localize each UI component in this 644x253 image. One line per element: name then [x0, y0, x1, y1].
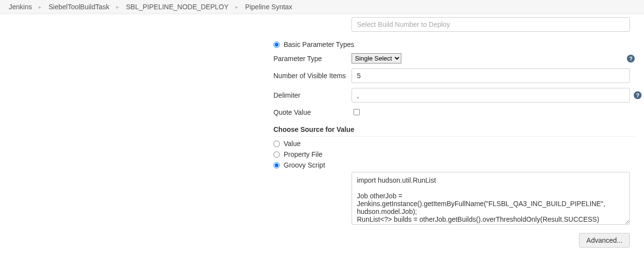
- groovy-script-radio[interactable]: [273, 162, 280, 169]
- visible-items-row: Number of Visible Items: [273, 68, 635, 83]
- parameter-type-row: Parameter Type Single Select ?: [273, 53, 635, 63]
- groovy-script-container: [352, 172, 635, 226]
- quote-value-checkbox[interactable]: [353, 109, 360, 115]
- build-number-row: [273, 17, 635, 32]
- basic-parameter-types-label: Basic Parameter Types: [284, 41, 354, 48]
- form-content: Basic Parameter Types Parameter Type Sin…: [0, 17, 644, 253]
- breadcrumb-item-task[interactable]: SiebelToolBuildTask: [48, 3, 109, 11]
- choose-source-title: Choose Source for Value: [273, 126, 635, 137]
- property-file-radio-row: Property File: [273, 150, 635, 158]
- groovy-script-radio-row: Groovy Script: [273, 161, 635, 169]
- delimiter-label: Delimiter: [273, 91, 352, 99]
- parameter-type-label: Parameter Type: [273, 55, 352, 63]
- parameter-type-select[interactable]: Single Select: [352, 53, 401, 63]
- delimiter-row: Delimiter ?: [273, 88, 635, 103]
- chevron-right-icon: ▸: [39, 4, 42, 10]
- value-radio-label: Value: [284, 140, 301, 148]
- quote-value-row: Quote Value: [273, 107, 635, 117]
- value-radio-row: Value: [273, 140, 635, 148]
- value-radio[interactable]: [273, 141, 280, 147]
- build-number-select[interactable]: [352, 17, 630, 32]
- breadcrumb-item-pipeline[interactable]: SBL_PIPELINE_NODE_DEPLOY: [126, 3, 229, 11]
- advanced-button[interactable]: Advanced...: [579, 233, 630, 248]
- breadcrumb-item-syntax[interactable]: Pipeline Syntax: [245, 3, 292, 11]
- help-icon[interactable]: ?: [634, 91, 642, 99]
- basic-parameter-types-radio[interactable]: [273, 42, 280, 48]
- visible-items-input[interactable]: [352, 68, 630, 83]
- groovy-script-textarea[interactable]: [352, 172, 630, 225]
- visible-items-label: Number of Visible Items: [273, 72, 352, 80]
- chevron-right-icon: ▸: [116, 4, 119, 10]
- groovy-script-radio-label: Groovy Script: [284, 161, 325, 169]
- property-file-radio-label: Property File: [284, 150, 322, 158]
- chevron-right-icon: ▸: [235, 4, 238, 10]
- help-icon[interactable]: ?: [627, 55, 635, 63]
- advanced-row: Advanced...: [273, 233, 630, 248]
- quote-value-label: Quote Value: [273, 108, 352, 116]
- delimiter-input[interactable]: [352, 88, 630, 103]
- basic-parameter-types-row: Basic Parameter Types: [273, 41, 635, 48]
- property-file-radio[interactable]: [273, 151, 280, 158]
- breadcrumb: Jenkins ▸ SiebelToolBuildTask ▸ SBL_PIPE…: [0, 0, 644, 14]
- breadcrumb-item-jenkins[interactable]: Jenkins: [9, 3, 32, 11]
